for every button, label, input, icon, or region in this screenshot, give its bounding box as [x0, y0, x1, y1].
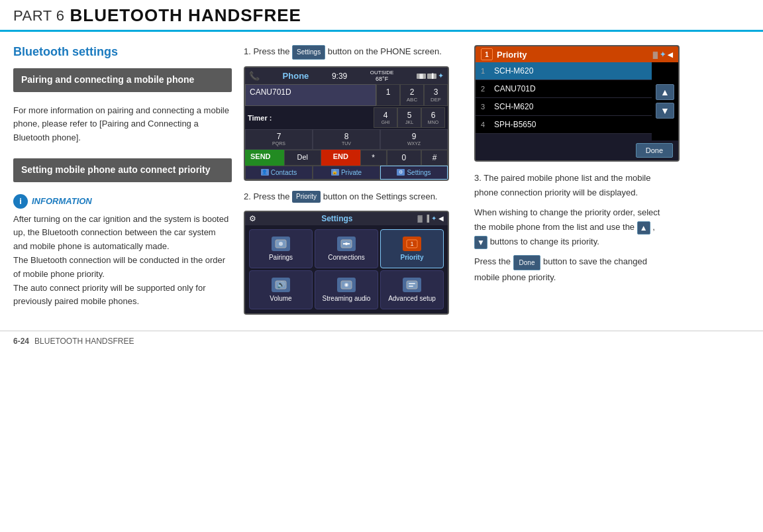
streaming-icon: [337, 278, 356, 292]
phone-screen-header: 📞 Phone 9:39 OUTSIDE 68°F ▓ ▐ ✦: [245, 68, 448, 84]
left-column: Bluetooth settings Pairing and connectin…: [13, 45, 232, 324]
temp-value: 68°F: [370, 76, 394, 82]
step1-pre: 1. Press the: [244, 46, 289, 56]
back-icon-s: ◀: [438, 215, 444, 222]
private-icon: 🔒: [331, 169, 339, 176]
svg-rect-14: [409, 286, 413, 287]
connections-icon: [337, 237, 356, 251]
priority-button-inline: Priority: [292, 191, 321, 203]
settings-icon: ⚙: [397, 169, 405, 176]
keypad-row3: 7PQRS 8TUV 9WXYZ: [245, 129, 448, 150]
send-button[interactable]: SEND: [245, 150, 284, 166]
svg-point-4: [345, 242, 348, 245]
signal-icon: ▓: [417, 74, 426, 79]
step3-detail2: buttons to change its priority.: [490, 237, 599, 246]
info-text: After turning on the car ignition and th…: [13, 213, 232, 309]
priority-item-2[interactable]: 2 CANU701D: [476, 80, 652, 98]
settings-label: Settings: [407, 169, 431, 176]
key-star: *: [360, 150, 387, 166]
outside-label: OUTSIDE: [370, 70, 394, 76]
phone-icon: 📞: [249, 71, 260, 81]
info-box: i INFORMATION After turning on the car i…: [13, 194, 232, 309]
settings-button[interactable]: ⚙ Settings: [380, 166, 448, 180]
key-zero: 0: [387, 150, 422, 166]
right-column: 1 Priority ▓ ✦ ◀ 1 SCH-M620 2: [474, 45, 750, 324]
pairings-label: Pairings: [269, 254, 293, 261]
svg-text:🔊: 🔊: [277, 280, 285, 289]
step3-done: Press the Done button to save the change…: [474, 254, 666, 284]
bottom-row: 👤 Contacts 🔒 Private ⚙ Settings: [245, 166, 448, 180]
key-1: 1: [376, 84, 400, 106]
name-row: CANU701D 1 2ABC 3DEF: [245, 84, 448, 106]
settings-screen-header: ⚙ Settings ▓ ▐ ✦ ◀: [245, 212, 448, 225]
footer-label: BLUETOOTH HANDSFREE: [34, 337, 134, 346]
page-footer: 6-24 BLUETOOTH HANDSFREE: [0, 331, 763, 351]
info-label: INFORMATION: [32, 196, 92, 206]
priority-item-1[interactable]: 1 SCH-M620: [476, 62, 652, 80]
settings-screen-icon: ⚙: [249, 214, 256, 223]
timer-label: Timer :: [248, 114, 374, 122]
step2-pre: 2. Press the: [244, 191, 289, 201]
volume-cell[interactable]: 🔊 Volume: [249, 270, 313, 309]
down-button-inline: ▼: [474, 236, 487, 249]
item-num-2: 2: [481, 85, 494, 93]
step2-text: 2. Press the Priority button on the Sett…: [244, 190, 462, 204]
key-9: 9WXYZ: [380, 129, 448, 150]
connections-cell[interactable]: Connections: [315, 229, 378, 268]
timer-row: Timer : 4GHI 5JKL 6MNO: [245, 106, 448, 129]
outside-temp: OUTSIDE 68°F: [370, 70, 394, 82]
svg-rect-12: [407, 281, 417, 289]
item-num-3: 3: [481, 103, 494, 111]
priority-badge: 1: [481, 48, 493, 60]
advanced-cell[interactable]: Advanced setup: [380, 270, 444, 309]
end-button[interactable]: END: [321, 150, 360, 166]
key-8: 8TUV: [313, 129, 380, 150]
advanced-label: Advanced setup: [388, 295, 436, 302]
item-num-4: 4: [481, 121, 494, 129]
pairing-heading-box: Pairing and connecting a mobile phone: [13, 68, 232, 92]
pri-bt-icon: ✦: [660, 50, 666, 59]
key-hash: #: [421, 150, 448, 166]
part-label: PART 6: [13, 7, 65, 25]
key-3: 3DEF: [424, 84, 448, 106]
priority-down-button[interactable]: ▼: [656, 103, 674, 119]
key-6: 6MNO: [421, 107, 445, 128]
pairings-cell[interactable]: Pairings: [249, 229, 313, 268]
page-number: 6-24: [13, 337, 29, 346]
battery-icon: ▐: [427, 74, 436, 79]
priority-item-3[interactable]: 3 SCH-M620: [476, 98, 652, 116]
priority-item-4[interactable]: 4 SPH-B5650: [476, 116, 652, 134]
priority-heading-box: Setting mobile phone auto connect priori…: [13, 158, 232, 182]
contacts-label: Contacts: [271, 169, 297, 176]
connections-label: Connections: [328, 254, 365, 261]
item-name-4: SPH-B5650: [494, 120, 646, 129]
step1-post: button on the PHONE screen.: [328, 46, 442, 56]
private-button[interactable]: 🔒 Private: [313, 166, 380, 180]
priority-container: 1 SCH-M620 2 CANU701D 3 SCH-M620 4 SPH-B…: [476, 62, 678, 140]
step3-text: 3. The paired mobile phone list and the …: [474, 171, 666, 285]
step3-detail1: When wishing to change the priority orde…: [474, 207, 660, 232]
bluetooth-icon: ✦: [438, 72, 444, 80]
key-4: 4GHI: [374, 107, 397, 128]
del-button[interactable]: Del: [284, 150, 322, 166]
item-name-3: SCH-M620: [494, 102, 646, 111]
priority-list: 1 SCH-M620 2 CANU701D 3 SCH-M620 4 SPH-B…: [476, 62, 652, 140]
phone-label: Phone: [283, 71, 309, 81]
contacts-button[interactable]: 👤 Contacts: [245, 166, 313, 180]
streaming-cell[interactable]: Streaming audio: [315, 270, 378, 309]
pri-signal-icon: ▓: [653, 51, 658, 58]
priority-cell[interactable]: 1 Priority: [380, 229, 444, 268]
signal-icon-s: ▓: [418, 215, 423, 222]
item-name-1: SCH-M620: [494, 66, 646, 76]
phone-time: 9:39: [332, 72, 347, 81]
step3-intro: 3. The paired mobile phone list and the …: [474, 171, 666, 200]
key-2: 2ABC: [400, 84, 424, 106]
priority-up-button[interactable]: ▲: [656, 84, 674, 100]
pairings-icon: [272, 237, 290, 251]
status-icons: ▓ ▐ ✦: [417, 72, 444, 80]
page-title: BLUETOOTH HANDSFREE: [70, 5, 301, 26]
step2-post: button on the Settings screen.: [323, 191, 438, 201]
priority-done-button[interactable]: Done: [636, 143, 673, 158]
item-num-1: 1: [481, 67, 494, 75]
priority-screen-title: Priority: [497, 50, 527, 60]
